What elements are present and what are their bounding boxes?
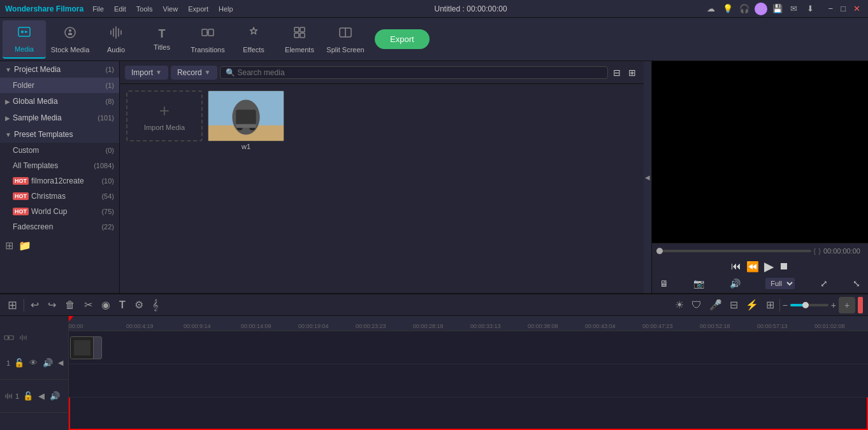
beats-button[interactable]: 𝄞	[150, 298, 161, 312]
instant-btn[interactable]: ⚡	[743, 297, 761, 312]
sidebar-grid-icon[interactable]: ⊞	[5, 240, 13, 252]
sidebar-item-custom[interactable]: Custom (0)	[0, 143, 119, 158]
project-media-header[interactable]: ▼ Project Media (1)	[0, 61, 119, 78]
svg-rect-5	[208, 29, 213, 36]
maximize-button[interactable]: □	[838, 4, 848, 13]
toolbar-media[interactable]: Media	[3, 20, 46, 59]
preset-templates-header[interactable]: ▼ Preset Templates	[0, 126, 119, 143]
splitscreen-icon	[338, 25, 352, 43]
video-speaker-btn[interactable]: 🔊	[41, 358, 54, 368]
toolbar-splitscreen[interactable]: Split Screen	[324, 20, 367, 59]
sun-effect-btn[interactable]: ☀	[672, 297, 686, 312]
filter-button[interactable]: ⊟	[611, 65, 623, 80]
grid-view-button[interactable]: ⊞	[626, 65, 639, 80]
video-eye-btn[interactable]: 👁	[28, 358, 39, 368]
download-icon[interactable]: ⬇	[804, 3, 817, 15]
record-button[interactable]: Record ▼	[171, 66, 217, 80]
quality-select[interactable]: Full 1/2 1/4	[765, 278, 795, 289]
preview-progress-bar[interactable]	[660, 250, 811, 252]
video-expand-btn[interactable]: ◀	[57, 359, 64, 367]
menu-tools[interactable]: Tools	[133, 4, 157, 14]
audio-speaker-btn[interactable]: 🔊	[48, 391, 61, 401]
video-clip-1[interactable]	[70, 336, 102, 359]
global-media-header[interactable]: ▶ Global Media (8)	[0, 93, 119, 110]
delete-button[interactable]: 🗑	[62, 298, 78, 312]
zoom-out-button[interactable]: −	[783, 300, 788, 310]
panel-collapse-button[interactable]: ◀	[644, 61, 651, 293]
crop-button[interactable]: ◉	[99, 297, 113, 312]
media-thumb-w1[interactable]: w1	[208, 90, 284, 150]
frame-back-button[interactable]: ⏪	[746, 261, 759, 273]
sidebar-item-christmas[interactable]: HOT Christmas (54)	[0, 189, 119, 204]
menu-help[interactable]: Help	[215, 4, 237, 14]
sample-media-header[interactable]: ▶ Sample Media (101)	[0, 110, 119, 126]
mic-btn[interactable]: 🎤	[707, 297, 725, 312]
clip-thumbnail	[71, 337, 94, 359]
add-video-track[interactable]	[4, 333, 14, 345]
toolbar-stock[interactable]: Stock Media	[48, 20, 92, 59]
save-icon[interactable]: 💾	[771, 3, 784, 15]
transitions-icon	[201, 25, 215, 43]
headset-icon[interactable]: 🎧	[738, 3, 751, 15]
close-button[interactable]: ✕	[851, 4, 863, 13]
sidebar-item-folder[interactable]: Folder (1)	[0, 78, 119, 93]
expand-button[interactable]: ⤡	[853, 278, 860, 289]
import-media-button[interactable]: + Import Media	[126, 90, 203, 141]
audio-expand-btn[interactable]: ◀	[37, 391, 46, 401]
splitscreen-label: Split Screen	[326, 46, 364, 54]
sidebar-item-all-templates[interactable]: All Templates (1084)	[0, 158, 119, 173]
sidebar-item-world-cup[interactable]: HOT World Cup (75)	[0, 204, 119, 219]
monitor-icon[interactable]: 🖥	[660, 278, 669, 289]
mosaic-btn[interactable]: ⊞	[763, 297, 777, 312]
toolbar-effects[interactable]: Effects	[232, 20, 275, 59]
sidebar-folder-icon[interactable]: 📁	[18, 240, 31, 252]
import-caret: ▼	[156, 69, 162, 76]
toolbar-audio[interactable]: Audio	[94, 20, 138, 59]
email-icon[interactable]: ✉	[788, 3, 800, 15]
menu-view[interactable]: View	[159, 4, 182, 14]
stop-button[interactable]: ⏹	[779, 261, 789, 272]
user-avatar[interactable]: U	[755, 3, 767, 15]
import-button[interactable]: Import ▼	[125, 66, 168, 80]
toolbar-titles[interactable]: T Titles	[140, 20, 184, 59]
skip-back-button[interactable]: ⏮	[731, 261, 741, 272]
undo-button[interactable]: ↩	[28, 297, 41, 312]
video-lock-btn[interactable]: 🔓	[13, 358, 25, 368]
search-input[interactable]	[238, 68, 602, 77]
add-audio-track[interactable]	[18, 333, 28, 345]
audio-lock-btn[interactable]: 🔓	[22, 391, 34, 401]
project-media-title: Project Media	[14, 65, 106, 74]
timeline-main: 1 🔓 👁 🔊 ◀ 1 🔓 ◀ 🔊 00:00 00:00:4:19 00:00…	[0, 316, 868, 430]
shield-btn[interactable]: 🛡	[689, 298, 704, 312]
add-clip-button[interactable]: +	[839, 297, 855, 313]
sidebar-item-fadescreen[interactable]: Fadescreen (22)	[0, 219, 119, 234]
volume-icon[interactable]: 🔊	[730, 278, 741, 289]
redo-button[interactable]: ↪	[45, 297, 59, 312]
titlebar-left: Wondershare Filmora File Edit Tools View…	[5, 4, 237, 14]
tools-grid-button[interactable]: ⊞	[5, 297, 20, 313]
menu-file[interactable]: File	[89, 4, 108, 14]
toolbar-elements[interactable]: Elements	[278, 20, 321, 59]
minimize-button[interactable]: −	[826, 4, 836, 13]
progress-thumb	[656, 248, 663, 254]
sun-icon[interactable]: 💡	[721, 3, 734, 15]
menu-export[interactable]: Export	[184, 4, 212, 14]
zoom-slider[interactable]	[790, 304, 828, 306]
text-button[interactable]: T	[117, 298, 128, 312]
bracket-end: }	[818, 247, 821, 255]
menu-edit[interactable]: Edit	[110, 4, 130, 14]
zoom-controls: − +	[783, 300, 836, 310]
zoom-in-button[interactable]: +	[831, 300, 836, 310]
sidebar-item-filmora12create[interactable]: HOT filmora12create (10)	[0, 173, 119, 189]
camera-icon[interactable]: 📷	[693, 278, 704, 289]
fullscreen-button[interactable]: ⤢	[820, 278, 828, 289]
play-button[interactable]: ▶	[764, 259, 774, 274]
cut-button[interactable]: ✂	[82, 297, 95, 312]
export-button[interactable]: Export	[375, 29, 430, 49]
cloud-icon[interactable]: ☁	[705, 3, 718, 15]
adjust-button[interactable]: ⚙	[132, 297, 146, 312]
multicam-btn[interactable]: ⊟	[727, 297, 741, 312]
titlebar: Wondershare Filmora File Edit Tools View…	[0, 0, 868, 18]
preview-playback-buttons: ⏮ ⏪ ▶ ⏹	[655, 256, 865, 276]
toolbar-transitions[interactable]: Transitions	[186, 20, 229, 59]
